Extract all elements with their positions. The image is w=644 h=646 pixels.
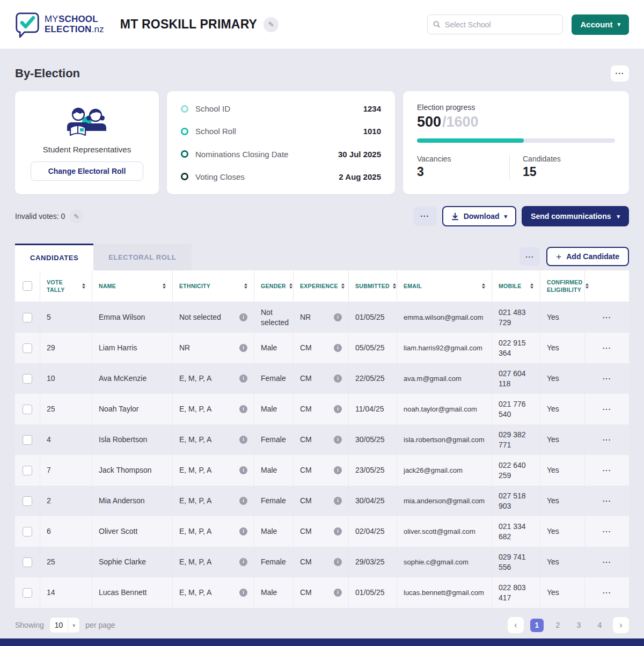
change-electoral-roll-button[interactable]: Change Electoral Roll [31,162,144,181]
page-size-select[interactable]: 10 ▾ [49,617,80,633]
column-header-name[interactable]: NAME [92,270,173,302]
column-header-ethnicity[interactable]: ETHNICITY [173,270,254,302]
sort-icon[interactable] [244,283,247,289]
sort-icon[interactable] [289,283,292,289]
info-icon[interactable]: i [334,405,342,413]
row-checkbox[interactable] [23,527,32,537]
page-1[interactable]: 1 [530,619,544,632]
info-icon[interactable]: i [334,344,342,352]
info-icon[interactable]: i [239,527,247,535]
column-header-confirmed-eligibility[interactable]: CONFIRMED ELIGIBILITY [540,270,585,302]
tab-candidates[interactable]: CANDIDATES [15,244,93,270]
page-more-actions-button[interactable]: ··· [611,65,629,82]
row-checkbox[interactable] [23,435,32,445]
detail-row: School Roll1010 [181,127,381,136]
row-actions-button[interactable]: ··· [603,588,611,598]
votes-total: /1600 [442,114,479,130]
previous-page-button[interactable]: ‹ [508,617,524,633]
mobile-cell: 027 518 903 [492,486,540,516]
row-checkbox[interactable] [23,313,32,322]
column-label: VOTE TALLY [47,278,79,293]
row-actions-button[interactable]: ··· [603,466,611,475]
column-header-experience[interactable]: EXPERIENCE [294,270,349,302]
table-row: 10Ava McKenzieE, M, P, AiFemaleCMi22/05/… [15,363,629,394]
sort-icon[interactable] [530,283,533,289]
sort-icon[interactable] [482,283,485,289]
mobile-cell: 021 776 540 [492,394,540,424]
student-representatives-label: Student Representatives [43,145,131,154]
row-actions-button[interactable]: ··· [603,313,611,322]
row-actions-button[interactable]: ··· [603,527,611,537]
send-communications-button[interactable]: Send communications ▾ [522,206,629,226]
info-icon[interactable]: i [239,405,247,413]
info-icon[interactable]: i [334,466,342,474]
column-label: ETHNICITY [179,282,210,290]
row-select-cell [15,486,40,516]
info-icon[interactable]: i [239,375,247,383]
mobile-cell: 022 803 417 [492,577,540,608]
search-input[interactable] [445,20,557,29]
row-checkbox[interactable] [23,343,32,353]
school-search[interactable] [427,14,563,34]
page-2[interactable]: 2 [551,619,565,632]
row-checkbox[interactable] [23,466,32,475]
sort-icon[interactable] [393,283,396,289]
info-icon[interactable]: i [239,589,247,597]
table-more-actions-button[interactable]: ··· [519,247,540,266]
row-checkbox[interactable] [23,588,32,598]
chevron-down-icon: ▾ [617,214,620,219]
info-icon[interactable]: i [334,313,342,321]
row-checkbox[interactable] [23,496,32,506]
select-all-checkbox[interactable] [23,281,32,291]
download-button[interactable]: Download ▾ [442,206,516,226]
column-header-mobile[interactable]: MOBILE [492,270,540,302]
row-actions-button[interactable]: ··· [603,496,611,506]
next-page-button[interactable]: › [613,617,629,633]
eligibility-cell: Yes [540,363,585,394]
sort-icon[interactable] [341,283,345,289]
info-icon[interactable]: i [239,344,247,352]
name-cell: Liam Harris [92,333,173,363]
row-checkbox[interactable] [23,557,32,567]
eligibility-cell: Yes [540,302,585,333]
more-actions-button[interactable]: ··· [413,207,437,226]
account-button[interactable]: Account ▾ [572,14,629,35]
column-header-gender[interactable]: GENDER [254,270,294,302]
row-actions-button[interactable]: ··· [603,435,611,445]
info-icon[interactable]: i [239,558,247,566]
experience-value: CM [300,496,312,506]
plus-icon: + [556,252,561,261]
info-icon[interactable]: i [334,497,342,505]
sort-icon[interactable] [163,283,166,289]
row-actions-cell: ··· [585,363,629,394]
info-icon[interactable]: i [334,589,342,597]
submitted-cell: 11/04/25 [349,394,397,424]
page-4[interactable]: 4 [593,619,606,632]
add-candidate-button[interactable]: + Add Candidate [546,247,629,266]
column-header-vote-tally[interactable]: VOTE TALLY [40,270,92,302]
tab-electoral-roll[interactable]: ELECTORAL ROLL [93,244,191,270]
info-icon[interactable]: i [239,466,247,474]
edit-school-name-button[interactable]: ✎ [264,17,279,32]
sort-icon[interactable] [82,283,85,289]
row-checkbox[interactable] [23,374,32,384]
row-actions-button[interactable]: ··· [603,557,611,567]
info-icon[interactable]: i [239,497,247,505]
info-icon[interactable]: i [334,436,342,444]
info-icon[interactable]: i [334,558,342,566]
row-actions-button[interactable]: ··· [603,405,611,414]
info-icon[interactable]: i [239,436,247,444]
row-actions-button[interactable]: ··· [603,374,611,384]
info-icon[interactable]: i [334,375,342,383]
column-header-email[interactable]: EMAIL [397,270,492,302]
edit-invalid-votes-button[interactable]: ✎ [69,209,83,223]
detail-label: School Roll [195,127,356,136]
app-logo[interactable]: MYSCHOOL ELECTION.nz [15,11,104,38]
email-cell: ava.m@gmail.com [397,363,492,394]
column-header-submitted[interactable]: SUBMITTED [349,270,397,302]
info-icon[interactable]: i [334,527,342,535]
info-icon[interactable]: i [239,313,247,321]
page-3[interactable]: 3 [572,619,586,632]
row-actions-button[interactable]: ··· [603,343,611,353]
row-checkbox[interactable] [23,405,32,414]
